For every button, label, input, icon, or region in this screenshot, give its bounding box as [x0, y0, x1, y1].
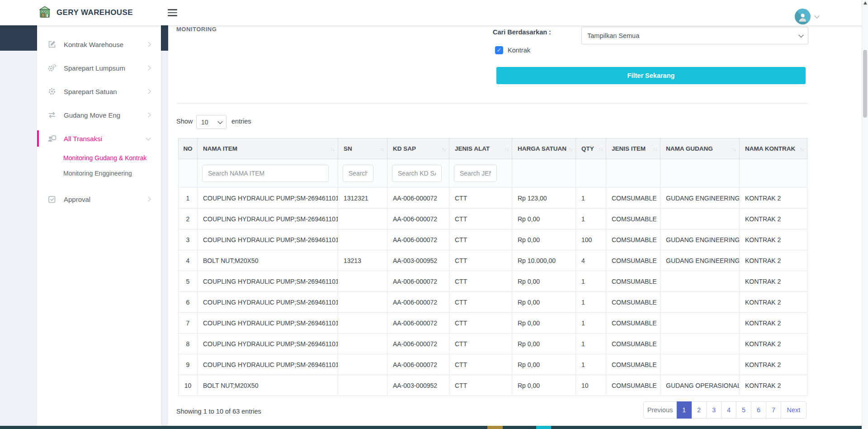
table-cell: [660, 292, 740, 313]
page-button-2[interactable]: 2: [692, 401, 707, 419]
table-cell: CTT: [449, 209, 512, 229]
scrollbar-thumb[interactable]: [863, 50, 867, 118]
column-header-label: SN: [344, 145, 352, 152]
filter-select[interactable]: Tampilkan Semua: [582, 27, 808, 44]
table-cell: 1: [576, 292, 606, 313]
sidebar-item-label: Kontrak Warehouse: [64, 41, 123, 48]
table-cell: Rp 0,00: [512, 229, 576, 250]
page-button-1[interactable]: 1: [677, 401, 692, 419]
table-cell: AA-006-000072: [387, 209, 449, 229]
submenu-item-monitoring-gudang-kontrak[interactable]: Monitoring Gudang & Kontrak: [37, 150, 161, 166]
kontrak-checkbox[interactable]: ✓: [495, 46, 503, 54]
sidebar-item-sparepart-lumpsum[interactable]: Sparepart Lumpsum: [37, 56, 161, 80]
column-header-qty[interactable]: QTY↑↓: [576, 138, 606, 159]
search-cell: [449, 159, 512, 188]
table-cell: AA-003-000952: [387, 250, 449, 271]
table-cell: CTT: [449, 375, 512, 396]
column-search-input-kd-sap[interactable]: [392, 165, 442, 182]
sort-arrows-icon: ↑↓: [732, 146, 736, 152]
search-cell: [512, 159, 576, 188]
chevron-down-icon: [146, 135, 151, 140]
search-cell: [198, 159, 338, 188]
sidebar-item-gudang-move-eng[interactable]: Gudang Move Eng: [37, 103, 161, 127]
table-cell: 13213: [338, 250, 387, 271]
user-avatar-button[interactable]: [795, 9, 811, 24]
column-search-input-sn[interactable]: [343, 165, 373, 182]
sidebar-toggle-button[interactable]: [168, 7, 179, 18]
column-header-sn[interactable]: SN↑↓: [338, 138, 387, 159]
column-header-nama-item[interactable]: NAMA ITEM↑↓: [198, 138, 338, 159]
sort-arrows-icon: ↑↓: [380, 146, 384, 152]
brand[interactable]: GERY WAREHOUSE: [38, 0, 133, 25]
page-length-select-wrap: 10: [196, 115, 226, 129]
column-header-label: HARGA SATUAN: [518, 145, 566, 152]
brand-title: GERY WAREHOUSE: [57, 8, 133, 17]
table-cell: 1: [576, 334, 606, 354]
table-cell: Rp 0,00: [512, 292, 576, 313]
scroll-up-arrow-icon[interactable]: [863, 1, 867, 5]
table-cell: KONTRAK 2: [740, 354, 807, 375]
table-cell: 10: [179, 375, 198, 396]
column-header-jenis-alat[interactable]: JENIS ALAT↑↓: [449, 138, 512, 159]
table-cell: 1: [576, 313, 606, 334]
column-header-harga-satuan[interactable]: HARGA SATUAN↑↓: [512, 138, 576, 159]
footer-bar: [0, 426, 868, 429]
main-content: MONITORING Cari Berdasarkan : Tampilkan …: [168, 25, 862, 426]
page-button-6[interactable]: 6: [751, 401, 766, 419]
footer-bar-cyan-segment: [536, 426, 551, 429]
table-cell: 1: [576, 354, 606, 375]
column-header-jenis-item[interactable]: JENIS ITEM↑↓: [606, 138, 660, 159]
filter-label: Cari Berdasarkan :: [493, 29, 551, 36]
page-button-3[interactable]: 3: [707, 401, 722, 419]
chevron-right-icon: [146, 65, 151, 70]
page-button-4[interactable]: 4: [722, 401, 736, 419]
table-cell: AA-006-000072: [387, 292, 449, 313]
column-header-nama-gudang[interactable]: NAMA GUDANG↑↓: [660, 138, 740, 159]
user-window-icon: [47, 133, 57, 143]
table-cell: 100: [576, 229, 606, 250]
submenu-item-label: Monitoring Enggineering: [63, 170, 132, 177]
previous-page-button[interactable]: Previous: [643, 401, 677, 419]
sidebar-item-kontrak-warehouse[interactable]: Kontrak Warehouse: [37, 33, 161, 56]
column-header-no[interactable]: NO: [179, 138, 198, 159]
search-cell: [660, 159, 740, 188]
table-cell: KONTRAK 2: [740, 292, 807, 313]
table-cell: [660, 271, 740, 292]
table-cell: GUDANG ENGINEERING: [660, 188, 740, 209]
table-cell: 10: [576, 375, 606, 396]
table-cell: COUPLING HYDRAULIC PUMP;SM-269461101: [198, 271, 338, 292]
sidebar-item-sparepart-satuan[interactable]: Sparepart Satuan: [37, 80, 161, 103]
table-row: 10BOLT NUT;M20X50AA-003-000952CTTRp 0,00…: [179, 375, 807, 396]
table-cell: 1: [576, 271, 606, 292]
search-cell: [576, 159, 606, 188]
sidebar-item-all-transaksi[interactable]: All Transaksi: [37, 127, 161, 150]
next-page-button[interactable]: Next: [781, 401, 807, 419]
table-cell: COUPLING HYDRAULIC PUMP;SM-269461101: [198, 292, 338, 313]
table-cell: GUDANG ENGINEERING: [660, 250, 740, 271]
column-header-nama-kontrak[interactable]: NAMA KONTRAK↑↓: [740, 138, 807, 159]
filter-sekarang-button[interactable]: Filter Sekarang: [496, 67, 806, 84]
chevron-right-icon: [146, 112, 151, 117]
table-row: 1COUPLING HYDRAULIC PUMP;SM-269461101131…: [179, 188, 807, 209]
table-row: 8COUPLING HYDRAULIC PUMP;SM-269461101AA-…: [179, 334, 807, 354]
table-cell: COUPLING HYDRAULIC PUMP;SM-269461101: [198, 313, 338, 334]
table-cell: 2: [179, 209, 198, 229]
sidebar-item-label: All Transaksi: [64, 135, 102, 143]
column-header-kd-sap[interactable]: KD SAP↑↓: [387, 138, 449, 159]
column-search-input-jenis-alat[interactable]: [454, 165, 497, 182]
table-header-row: NONAMA ITEM↑↓SN↑↓KD SAP↑↓JENIS ALAT↑↓HAR…: [179, 138, 807, 159]
column-header-label: NAMA ITEM: [203, 145, 237, 152]
table-cell: [338, 354, 387, 375]
column-search-input-nama-item[interactable]: [202, 165, 329, 182]
user-menu-caret-icon[interactable]: [814, 13, 819, 18]
table-cell: CTT: [449, 334, 512, 354]
page-button-7[interactable]: 7: [766, 401, 781, 419]
vertical-scrollbar[interactable]: [862, 0, 868, 429]
submenu-item-monitoring-enggineering[interactable]: Monitoring Enggineering: [37, 166, 161, 181]
sidebar-item-approval[interactable]: Approval: [37, 187, 161, 211]
filter-select-wrap: Tampilkan Semua: [581, 27, 808, 44]
page-button-5[interactable]: 5: [736, 401, 751, 419]
table-cell: COMSUMABLE: [606, 375, 660, 396]
column-header-label: JENIS ALAT: [455, 145, 490, 152]
table-cell: COUPLING HYDRAULIC PUMP;SM-269461101: [198, 334, 338, 354]
